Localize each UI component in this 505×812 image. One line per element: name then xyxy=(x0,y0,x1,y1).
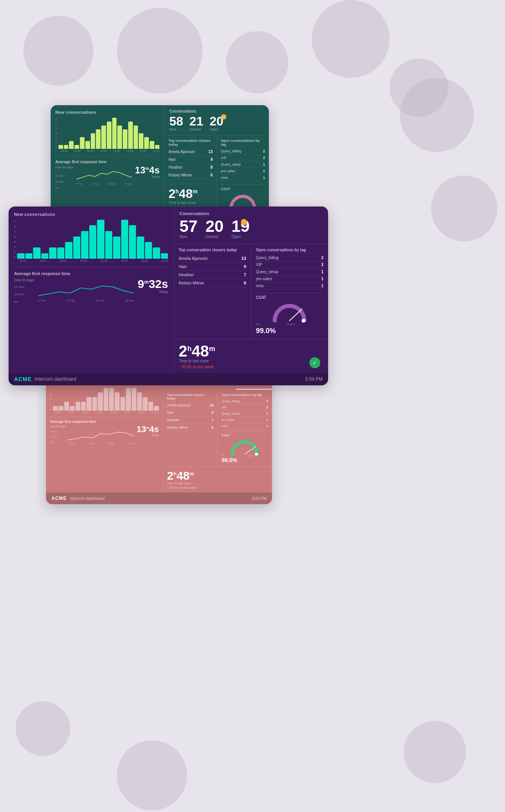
bar xyxy=(113,237,120,259)
bar xyxy=(81,231,88,259)
top-conv-title: Conversations xyxy=(170,109,265,113)
bot-ttc-label: Time to last close xyxy=(167,482,268,485)
mid-ttc-mins: 48 xyxy=(192,342,209,360)
bar xyxy=(57,247,64,259)
top-card-new-conv-title: New conversations xyxy=(55,110,160,115)
mid-open-badge: ! xyxy=(241,219,247,225)
closer-row: Heather8 xyxy=(169,164,213,171)
bar xyxy=(101,125,106,149)
bot-footer-time: 6:04 PM xyxy=(252,496,267,501)
top-new-count: 58 xyxy=(170,115,184,127)
mid-ttc-label: Time to last close xyxy=(179,359,324,363)
mid-ttc-hours: 2 xyxy=(179,342,187,360)
top-csat-title: CSAT xyxy=(221,187,265,191)
bar xyxy=(109,388,114,411)
bar xyxy=(53,406,58,411)
mid-csat-title: CSAT xyxy=(256,295,323,300)
bot-frt-chart xyxy=(68,425,134,441)
bar xyxy=(41,253,48,259)
bar xyxy=(25,253,32,259)
bot-closers-title: Top conversation closers today xyxy=(167,393,214,400)
bar xyxy=(105,231,112,259)
mid-footer-brand: ACME xyxy=(14,376,32,382)
bar xyxy=(69,141,74,149)
bot-dashboard-card: 654321 00:0003:0006:0009:0012:0015:0018:… xyxy=(46,378,272,504)
mid-tags-title: Open conversations by tag xyxy=(256,248,323,252)
bar xyxy=(98,392,102,411)
closer-row: Amela Ajanovic13 xyxy=(169,148,213,156)
bar xyxy=(73,237,80,259)
mid-frt-chart xyxy=(38,278,134,298)
bar xyxy=(89,225,96,259)
top-closers-title: Top conversation closers today xyxy=(169,139,213,147)
tag-row: Query_billing2 xyxy=(221,148,265,155)
bar xyxy=(33,247,40,259)
bar xyxy=(128,122,133,149)
bar xyxy=(154,406,159,411)
tag-row: Query_setup1 xyxy=(256,268,323,275)
bot-frt-title: Average first response time xyxy=(50,420,159,424)
tag-row: pre-sales1 xyxy=(222,417,268,423)
closer-row: Amela Ajanovic13 xyxy=(167,402,214,409)
tag-row: misc1 xyxy=(221,175,265,181)
bar xyxy=(144,137,149,149)
mid-conv-title: Conversations xyxy=(180,211,323,216)
tag-row: misc1 xyxy=(256,282,323,289)
top-unread-count: 21 xyxy=(189,115,203,127)
tag-row: pre-sales1 xyxy=(256,275,323,282)
check-badge: ✓ xyxy=(309,357,320,368)
svg-point-1 xyxy=(302,319,305,323)
bot-footer: ACME Intercom dashboard 6:04 PM xyxy=(46,492,272,504)
bar xyxy=(148,402,153,411)
bar xyxy=(65,242,72,259)
bar xyxy=(117,125,122,149)
bot-footer-title: Intercom dashboard xyxy=(70,496,104,501)
bot-tags-title: Open conversations by tag xyxy=(222,393,268,397)
bar xyxy=(104,388,108,411)
bar xyxy=(132,388,136,411)
mid-csat-gauge xyxy=(270,301,309,323)
bar xyxy=(74,145,79,149)
top-ttc-hours: 2 xyxy=(169,187,176,201)
bar xyxy=(139,133,143,149)
tag-row: VIP2 xyxy=(256,261,323,268)
bar xyxy=(96,129,101,149)
svg-line-2 xyxy=(290,309,302,321)
bar xyxy=(121,220,128,259)
bot-csat-score: 99.0% xyxy=(222,457,268,463)
mid-new-count: 57 xyxy=(180,218,198,235)
bot-csat-title: CSAT xyxy=(222,434,268,437)
bar xyxy=(161,253,168,259)
bar xyxy=(87,397,91,411)
bar xyxy=(120,397,125,411)
tag-row: pre-sales1 xyxy=(221,168,265,175)
bar xyxy=(129,225,136,259)
tag-row: Query_setup1 xyxy=(221,161,265,168)
closer-row: Kelsey Milner6 xyxy=(179,279,246,287)
svg-line-4 xyxy=(245,447,256,454)
closer-row: Hari9 xyxy=(169,156,213,164)
mid-footer-time: 5:54 PM xyxy=(305,376,323,382)
bar xyxy=(58,145,63,149)
bar xyxy=(91,133,95,149)
mid-unread-count: 20 xyxy=(205,218,224,235)
bar xyxy=(126,388,131,411)
top-tags-title: Open conversations by tag xyxy=(221,139,265,147)
bar xyxy=(112,118,117,149)
bar xyxy=(153,247,160,259)
bar xyxy=(150,141,154,149)
bar xyxy=(92,397,97,411)
bar xyxy=(17,253,24,259)
bot-ttc-compare: ↑ 30:31h vs last week xyxy=(167,486,268,489)
bar xyxy=(145,242,152,259)
closer-row: Heather7 xyxy=(179,271,246,279)
bar xyxy=(64,402,69,411)
bar xyxy=(155,145,160,149)
mid-closers-title: Top conversation closers today xyxy=(179,248,246,252)
bar xyxy=(115,392,119,411)
closer-row: Kelsey Milner6 xyxy=(167,424,214,431)
mid-frt-title: Average first response time xyxy=(14,271,168,276)
bar xyxy=(81,402,86,411)
bar xyxy=(143,397,147,411)
bar xyxy=(64,145,69,149)
